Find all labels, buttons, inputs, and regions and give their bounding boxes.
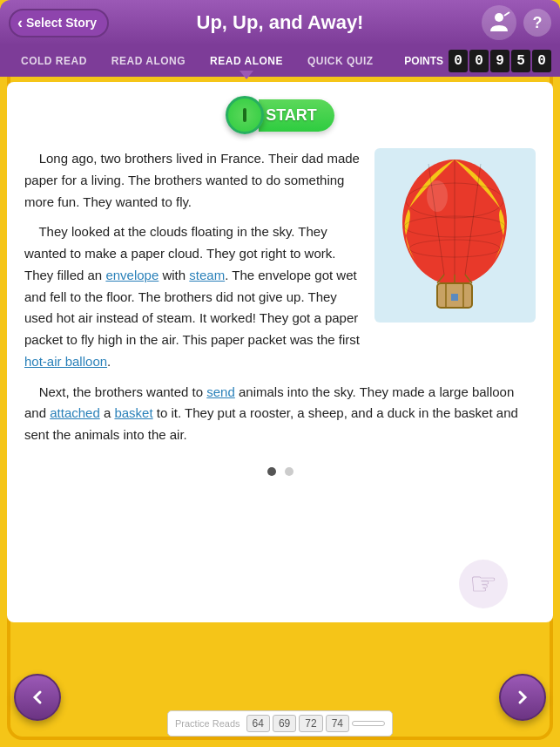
start-circle <box>226 96 264 134</box>
svg-point-0 <box>495 13 503 22</box>
vocab-attached[interactable]: attached <box>50 405 100 420</box>
help-button[interactable]: ? <box>523 9 551 37</box>
nav-tabs: COLD READ READ ALONG READ ALONE QUICK QU… <box>0 45 560 77</box>
page-dot-1[interactable] <box>267 467 276 476</box>
points-digit-0: 0 <box>449 50 468 72</box>
points-label: POINTS <box>404 55 443 67</box>
practice-score-2: 72 <box>299 715 322 732</box>
back-button[interactable]: ‹ Select Story <box>9 9 109 37</box>
page-dot-2[interactable] <box>285 467 293 476</box>
footer: Practice Reads 64 69 72 74 <box>0 710 560 737</box>
tab-cold-read[interactable]: COLD READ <box>9 50 99 72</box>
start-label: START <box>259 99 334 132</box>
balloon-image <box>374 148 536 323</box>
practice-score-4 <box>352 721 385 726</box>
tab-quick-quiz[interactable]: QUICK QUIZ <box>295 50 386 72</box>
back-label: Select Story <box>26 16 97 30</box>
content-area: START <box>7 82 553 622</box>
points-digit-4: 0 <box>532 50 551 72</box>
points-digit-1: 0 <box>469 50 489 72</box>
start-button-container: START <box>24 96 536 134</box>
points-digit-2: 9 <box>490 50 509 72</box>
svg-point-17 <box>450 285 459 294</box>
vocab-hot-air-balloon[interactable]: hot-air balloon <box>24 354 107 369</box>
start-button[interactable]: START <box>226 96 334 134</box>
tab-read-alone[interactable]: READ ALONE <box>198 50 295 72</box>
tab-read-along[interactable]: READ ALONG <box>99 50 198 72</box>
next-page-button[interactable] <box>499 674 546 721</box>
vocab-envelope[interactable]: envelope <box>105 268 159 282</box>
practice-reads: Practice Reads 64 69 72 74 <box>167 710 393 737</box>
svg-line-1 <box>504 12 509 16</box>
paragraph-3: Next, the brothers wanted to send animal… <box>24 382 536 446</box>
header-right: ? <box>482 5 551 40</box>
points-area: POINTS 0 0 9 5 0 <box>404 50 551 72</box>
practice-reads-label: Practice Reads <box>175 718 240 729</box>
vocab-steam[interactable]: steam <box>189 268 225 282</box>
svg-rect-18 <box>451 294 458 301</box>
practice-score-3: 74 <box>326 715 349 732</box>
start-circle-bar <box>243 108 246 122</box>
story-container: Long ago, two brothers lived in France. … <box>24 148 536 446</box>
page-title: Up, Up, and Away! <box>197 11 364 34</box>
points-digit-3: 5 <box>511 50 530 72</box>
practice-score-0: 64 <box>246 715 270 732</box>
vocab-basket[interactable]: basket <box>114 405 152 420</box>
points-digits: 0 0 9 5 0 <box>449 50 551 72</box>
prev-page-button[interactable] <box>14 674 61 721</box>
vocab-send[interactable]: send <box>206 384 235 399</box>
chevron-left-icon: ‹ <box>17 14 23 32</box>
hand-icon: ☞ <box>457 558 509 614</box>
practice-score-1: 69 <box>273 715 296 732</box>
header: ‹ Select Story Up, Up, and Away! ? <box>0 0 560 45</box>
page-dots <box>24 467 536 476</box>
teacher-icon[interactable] <box>482 5 516 40</box>
svg-text:☞: ☞ <box>469 566 497 601</box>
